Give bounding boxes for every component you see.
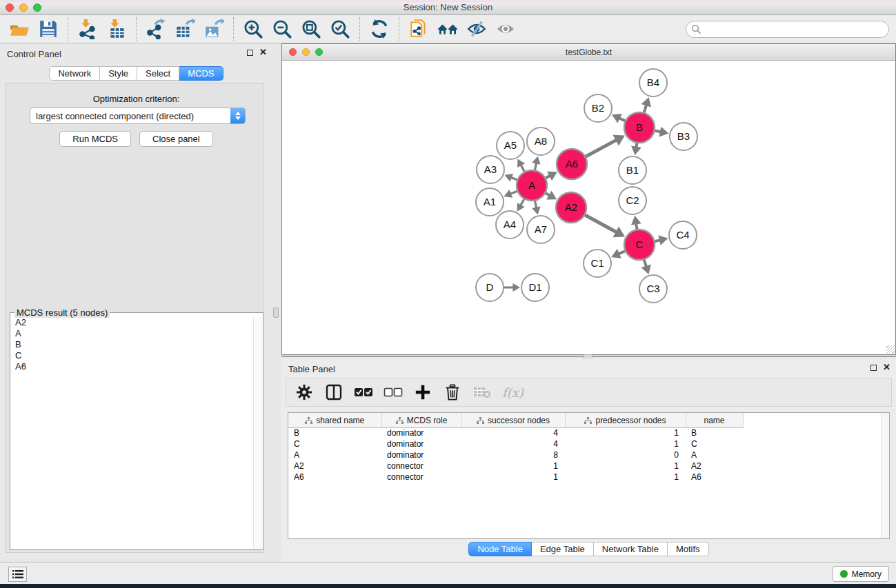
column-header-predecessor-nodes[interactable]: predecessor nodes [565,413,686,427]
table-row[interactable]: Bdominator41B [288,427,889,438]
cell-MCDS-role[interactable]: connector [381,472,461,483]
cell-successor-nodes[interactable]: 1 [461,460,565,472]
search-input[interactable] [686,21,889,38]
cell-shared-name[interactable]: C [288,438,381,449]
show-all-icon[interactable] [495,19,516,39]
export-image-icon[interactable] [203,19,224,39]
table-float-panel-icon[interactable] [870,365,877,371]
import-network-icon[interactable] [77,19,98,39]
node-label-A2: A2 [565,201,577,213]
cell-shared-name[interactable]: A2 [288,460,381,472]
cell-name[interactable]: B [686,427,743,438]
add-column-icon[interactable] [413,383,432,402]
tab-node-table[interactable]: Node Table [468,542,532,556]
column-header-name[interactable]: name [686,413,743,427]
table-row[interactable]: A6connector11A6 [288,472,889,483]
result-scrollbar[interactable] [253,317,262,549]
run-mcds-button[interactable]: Run MCDS [59,131,131,147]
result-item[interactable]: A6 [11,361,253,372]
node-label-B1: B1 [626,164,639,176]
cell-name[interactable]: A [686,449,743,460]
network-canvas[interactable]: AA1A2A3A4A5A6A7A8BB1B2B3B4CC1C2C3C4DD1 [282,61,895,354]
delete-column-icon[interactable] [443,383,462,402]
table-row[interactable]: Adominator80A [288,449,889,460]
tab-style[interactable]: Style [100,66,137,81]
cell-predecessor-nodes[interactable]: 1 [565,460,686,472]
table-scrollbar[interactable] [881,413,889,538]
arrowhead [658,235,668,245]
tab-select[interactable]: Select [137,66,179,81]
tab-mcds[interactable]: MCDS [179,66,223,81]
table-row[interactable]: Cdominator41C [288,438,889,449]
column-header-successor-nodes[interactable]: successor nodes [461,413,565,427]
cell-name[interactable]: A6 [686,472,743,483]
cell-predecessor-nodes[interactable]: 0 [565,449,686,460]
criterion-select[interactable]: largest connected component (directed) [30,108,246,124]
task-history-button[interactable] [8,567,27,582]
mcds-result-title: MCDS result (5 nodes) [14,307,110,318]
select-all-columns-icon[interactable] [354,383,373,402]
window-resize-grip[interactable] [886,345,895,354]
export-network-icon[interactable] [146,19,166,39]
close-panel-button[interactable]: Close panel [139,131,213,147]
cell-successor-nodes[interactable]: 8 [461,449,565,460]
apply-layout-icon[interactable] [369,19,390,39]
table-options-gear-icon[interactable] [295,383,314,402]
unselect-all-columns-icon[interactable] [384,383,403,402]
result-item[interactable]: C [11,350,253,361]
import-table-icon[interactable] [106,19,127,39]
cell-successor-nodes[interactable]: 4 [461,427,565,438]
edge-A6-B[interactable] [584,140,616,157]
column-header-MCDS-role[interactable]: MCDS role [381,413,461,427]
first-neighbors-icon[interactable] [437,19,458,39]
network-graph: AA1A2A3A4A5A6A7A8BB1B2B3B4CC1C2C3C4DD1 [282,61,895,354]
cell-filler [743,449,889,460]
cell-predecessor-nodes[interactable]: 1 [565,438,686,449]
cell-MCDS-role[interactable]: connector [381,460,461,472]
cell-successor-nodes[interactable]: 1 [461,472,565,483]
export-table-icon[interactable] [175,19,195,39]
result-item[interactable]: A2 [11,317,253,328]
control-panel-tabs: NetworkStyleSelectMCDS [0,66,272,81]
cell-shared-name[interactable]: A6 [288,472,381,483]
cell-shared-name[interactable]: A [288,449,381,460]
edge-A2-C[interactable] [584,214,616,232]
table-row[interactable]: A2connector11A2 [288,460,889,472]
tab-motifs[interactable]: Motifs [668,542,709,556]
cell-MCDS-role[interactable]: dominator [381,438,461,449]
criterion-value: largest connected component (directed) [30,111,194,121]
cell-name[interactable]: C [686,438,743,449]
cell-successor-nodes[interactable]: 4 [461,438,565,449]
result-item[interactable]: B [11,339,253,350]
arrowhead [631,145,641,155]
control-panel-title: Control Panel [7,49,61,59]
hide-selected-icon[interactable] [466,19,487,39]
cell-predecessor-nodes[interactable]: 1 [565,472,686,483]
column-header-shared-name[interactable]: shared name [288,413,381,427]
window-title: Session: New Session [0,2,896,12]
table-close-panel-icon[interactable]: ✕ [883,364,890,371]
zoom-in-icon[interactable] [243,19,263,39]
float-panel-icon[interactable] [247,50,253,56]
save-session-icon[interactable] [38,19,59,39]
show-columns-icon[interactable] [324,383,344,402]
tab-edge-table[interactable]: Edge Table [532,542,594,556]
new-network-from-selection-icon[interactable] [408,19,429,39]
memory-label: Memory [852,569,882,579]
result-item[interactable]: A [11,328,253,339]
open-session-icon[interactable] [9,19,30,39]
cell-MCDS-role[interactable]: dominator [381,449,461,460]
network-window-titlebar[interactable]: testGlobe.txt [282,44,895,61]
tab-network-table[interactable]: Network Table [594,542,668,556]
tab-network[interactable]: Network [49,66,100,81]
cell-shared-name[interactable]: B [288,427,381,438]
zoom-fit-icon[interactable] [301,19,321,39]
cell-predecessor-nodes[interactable]: 1 [565,427,686,438]
memory-button[interactable]: Memory [833,566,889,582]
cell-name[interactable]: A2 [686,460,743,472]
zoom-selected-icon[interactable] [330,19,350,39]
vertical-splitter-grip[interactable] [273,307,279,318]
cell-MCDS-role[interactable]: dominator [381,427,461,438]
close-panel-icon[interactable]: ✕ [259,49,267,56]
zoom-out-icon[interactable] [272,19,292,39]
